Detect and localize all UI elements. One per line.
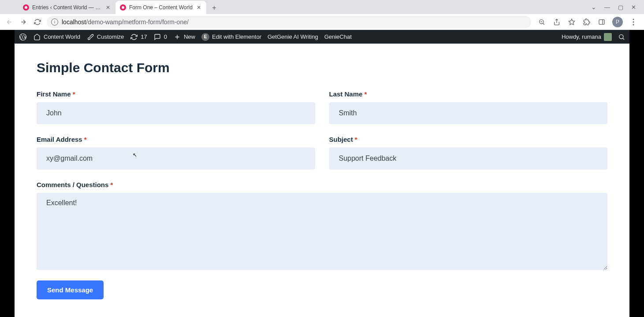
form-heading: Simple Contact Form [37,60,607,75]
subject-field-wrap: Subject * [329,136,608,170]
back-button[interactable] [4,17,14,27]
close-window-icon[interactable]: ✕ [631,4,636,11]
tab-title: Form One – Content World [129,4,193,11]
refresh-icon [130,33,138,41]
email-label: Email Address * [37,136,315,143]
zoom-icon[interactable] [537,18,546,26]
subject-label: Subject * [329,136,608,143]
required-mark: * [111,181,113,188]
howdy-text: Howdy, rumana [562,33,601,40]
minimize-icon[interactable]: — [604,4,610,11]
search-icon [618,33,625,41]
customize-link[interactable]: Customize [86,33,124,41]
genie-chat-label: GenieChat [324,33,352,40]
site-info-icon[interactable]: i [51,18,58,26]
required-mark: * [84,136,87,143]
wp-admin-bar: Content World Customize 17 0 New E Edit … [15,30,629,44]
url-text: localhost/demo-wamp/metform-form/form-on… [62,18,189,26]
reload-button[interactable] [33,17,42,27]
forward-button[interactable] [19,17,28,27]
svg-point-7 [619,34,623,38]
form-grid: First Name * Last Name * Email Address *… [37,90,607,272]
comments-link[interactable]: 0 [153,33,167,41]
send-message-button[interactable]: Send Message [37,280,104,299]
plus-icon [173,33,181,41]
required-mark: * [355,136,357,143]
toolbar-right-icons: P [536,17,640,27]
share-icon[interactable] [552,18,561,26]
elementor-label: Edit with Elementor [212,33,261,40]
comments-label: Comments / Questions * [37,181,607,188]
elementor-icon: E [201,33,209,41]
genie-ai-link[interactable]: GetGenie AI Writing [268,33,318,40]
svg-rect-1 [599,19,604,24]
last-name-label: Last Name * [329,90,608,98]
comment-icon [153,33,161,41]
tab-strip: Entries ‹ Content World — WordP ✕ Form O… [0,0,644,14]
close-icon[interactable]: ✕ [196,4,202,11]
svg-point-4 [633,21,634,22]
required-mark: * [73,90,75,98]
last-name-input[interactable] [329,102,608,124]
new-label: New [184,33,195,40]
page-stage: Content World Customize 17 0 New E Edit … [0,30,644,317]
brush-icon [86,33,94,41]
close-icon[interactable]: ✕ [105,4,111,11]
wp-logo[interactable] [19,33,27,41]
svg-point-3 [633,18,634,20]
email-input[interactable] [37,147,315,170]
user-avatar-icon [604,33,612,41]
howdy-link[interactable]: Howdy, rumana [562,33,612,41]
email-field-wrap: Email Address * [37,136,315,170]
site-name-link[interactable]: Content World [33,33,80,41]
genie-chat-link[interactable]: GenieChat [324,33,352,40]
tab-title: Entries ‹ Content World — WordP [32,4,102,11]
extensions-icon[interactable] [582,18,591,26]
tab-form-one[interactable]: Form One – Content World ✕ [115,1,206,14]
comments-count: 0 [164,33,167,40]
address-bar[interactable]: i localhost/demo-wamp/metform-form/form-… [47,16,531,28]
first-name-label: First Name * [37,90,315,98]
site-name: Content World [44,33,80,40]
favicon-icon [23,4,29,11]
updates-link[interactable]: 17 [130,33,147,41]
chevron-down-icon[interactable]: ⌄ [591,4,596,11]
new-tab-button[interactable]: + [208,2,220,14]
window-controls: ⌄ — ▢ ✕ [583,0,644,14]
home-icon [33,33,41,41]
comments-field-wrap: Comments / Questions * [37,181,607,272]
page-viewport: Content World Customize 17 0 New E Edit … [15,30,629,317]
subject-input[interactable] [329,147,608,170]
kebab-menu-icon[interactable] [629,18,638,26]
wordpress-icon [19,33,27,41]
first-name-input[interactable] [37,102,315,124]
updates-count: 17 [141,33,147,40]
maximize-icon[interactable]: ▢ [618,4,623,11]
sidepanel-icon[interactable] [597,18,606,26]
customize-label: Customize [97,33,124,40]
last-name-field-wrap: Last Name * [329,90,608,124]
toolbar-row: i localhost/demo-wamp/metform-form/form-… [0,14,644,30]
new-link[interactable]: New [173,33,195,41]
first-name-field-wrap: First Name * [37,90,315,124]
favicon-icon [120,4,126,11]
page-content: Simple Contact Form First Name * Last Na… [15,44,629,316]
tab-entries[interactable]: Entries ‹ Content World — WordP ✕ [19,1,115,14]
submit-row: Send Message [37,280,607,299]
required-mark: * [365,90,367,98]
svg-point-5 [633,24,634,25]
browser-chrome: Entries ‹ Content World — WordP ✕ Form O… [0,0,644,30]
search-toggle[interactable] [618,33,625,41]
comments-textarea[interactable] [37,193,607,270]
elementor-link[interactable]: E Edit with Elementor [201,33,261,41]
genie-ai-label: GetGenie AI Writing [268,33,318,40]
bookmark-icon[interactable] [567,18,576,26]
profile-avatar[interactable]: P [612,17,623,27]
